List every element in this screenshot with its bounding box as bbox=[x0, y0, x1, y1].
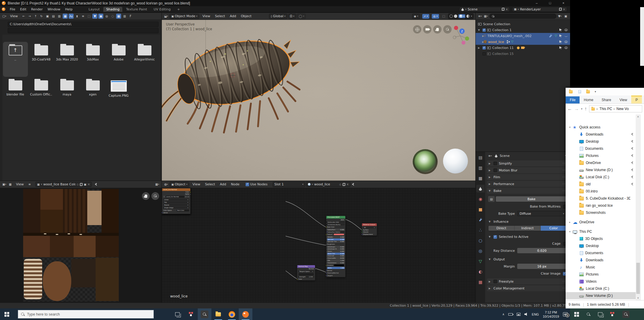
outliner-row-collection-15[interactable]: ▶Collection 15 bbox=[476, 51, 570, 57]
node-input-row[interactable]: Christensen-Burley bbox=[327, 224, 345, 226]
nav-item[interactable]: Local Disk (C:) bbox=[566, 173, 636, 181]
visibility-icon[interactable] bbox=[564, 47, 568, 49]
proportional-edit-toggle[interactable]: ◯▾ bbox=[297, 14, 306, 19]
tab-file[interactable]: File bbox=[566, 96, 580, 104]
outliner-row-collection-11[interactable]: ▶Collection 11 bbox=[476, 45, 570, 51]
node-input-row[interactable]: ClearcoatRo: 0.030 bbox=[327, 257, 345, 259]
node-input-row[interactable]: Specular: 0.500 bbox=[327, 238, 345, 241]
tab-constraints[interactable]: ◎ bbox=[476, 247, 485, 255]
file-browser-item[interactable]: maya bbox=[55, 77, 80, 112]
tab-share[interactable]: Share bbox=[597, 96, 615, 104]
material-datablock[interactable]: ▾ wood_lice ◇ × bbox=[306, 182, 351, 187]
nav-item[interactable]: Pictures bbox=[566, 152, 636, 159]
shading-material-icon[interactable]: ▾ bbox=[458, 14, 465, 18]
forward-icon[interactable]: → bbox=[574, 106, 579, 112]
outliner-search-input[interactable] bbox=[489, 14, 556, 19]
panel-performance[interactable]: ▶Performance∷∷ bbox=[487, 181, 568, 187]
tab-physics[interactable]: ○ bbox=[476, 237, 485, 244]
shading-rendered-icon[interactable] bbox=[466, 15, 470, 18]
sort-alpha-icon[interactable]: Az bbox=[69, 14, 74, 19]
motion-blur-checkbox[interactable] bbox=[493, 168, 497, 172]
menu-item[interactable]: Help bbox=[63, 7, 75, 11]
workspace-tab[interactable]: Shading bbox=[103, 7, 123, 12]
node-input-row[interactable]: Subsurface: 0.000 bbox=[327, 229, 345, 231]
menu-item[interactable]: Edit bbox=[18, 7, 29, 11]
image-mode-icon[interactable]: ▦ bbox=[8, 182, 13, 187]
file-browser-item[interactable]: 3ds Max 2020 bbox=[55, 42, 80, 77]
image-view-menu[interactable]: View bbox=[14, 182, 26, 186]
tab-modifiers[interactable] bbox=[476, 216, 485, 224]
taskbar-search[interactable]: Type here to search bbox=[18, 310, 154, 319]
refresh-icon[interactable]: ↻ bbox=[39, 14, 44, 19]
minimize-button[interactable]: – bbox=[530, 0, 543, 6]
node-input-row[interactable]: Clearcoat: 0.000 bbox=[327, 255, 345, 257]
shader-menu-item[interactable]: Add bbox=[217, 182, 228, 186]
new-collection-icon[interactable]: ▣ bbox=[563, 14, 568, 19]
nav-item[interactable]: 00.intro bbox=[566, 188, 636, 195]
file-browser-item[interactable]: blender file bbox=[3, 77, 28, 112]
tab-texture[interactable]: ▦ bbox=[476, 278, 485, 286]
filter-font-icon[interactable]: F bbox=[128, 14, 133, 19]
nav-item[interactable]: ▾ Quick access bbox=[566, 124, 636, 131]
node-input-row[interactable]: Multiscatter GGX bbox=[327, 221, 345, 223]
file-browser-item[interactable]: Capture.PNG bbox=[106, 77, 131, 112]
bake-type-dropdown[interactable]: Diffuse▾ bbox=[517, 211, 567, 216]
up-icon[interactable]: ↑ bbox=[585, 106, 587, 112]
node-input-row[interactable]: Alpha: 1.000 bbox=[327, 267, 345, 269]
image-texture-node[interactable]: wood_lice Normal Color Alpha wood_lice N… bbox=[162, 188, 191, 214]
visibility-icon[interactable] bbox=[564, 29, 568, 31]
display-list-icon[interactable]: ▤ bbox=[51, 14, 56, 19]
filter-icon[interactable]: ▼▾ bbox=[557, 14, 562, 19]
nav-item[interactable]: old bbox=[566, 181, 636, 188]
new-scene-icon[interactable] bbox=[502, 8, 504, 11]
file-browser-item[interactable]: 3dsMax bbox=[80, 42, 105, 77]
remove-layer-icon[interactable]: × bbox=[563, 8, 565, 11]
nav-item[interactable]: New Volume (D:) bbox=[566, 166, 636, 173]
viewport-menu-item[interactable]: Select bbox=[213, 14, 227, 18]
camera-view-icon[interactable] bbox=[423, 25, 431, 34]
workspace-tab[interactable]: Layout bbox=[86, 7, 102, 12]
file-browser-item[interactable]: .. bbox=[3, 42, 28, 77]
selectable-icon[interactable] bbox=[559, 34, 562, 37]
material-output-node[interactable]: Material Output All▾ Surface Volume Disp… bbox=[362, 223, 377, 236]
firefox-app[interactable] bbox=[225, 308, 239, 320]
unlink-material-icon[interactable]: × bbox=[346, 183, 349, 186]
workspace-tab[interactable]: + bbox=[174, 7, 183, 12]
node-input-row[interactable]: Subsurface Radius bbox=[327, 231, 345, 233]
task-view-button[interactable] bbox=[170, 308, 184, 320]
nav-item[interactable]: Pictures bbox=[566, 271, 636, 278]
file-explorer-app[interactable] bbox=[211, 308, 225, 320]
simplify-checkbox[interactable] bbox=[493, 162, 497, 165]
node-input-row[interactable]: Base Color bbox=[326, 226, 345, 228]
shader-type-dropdown[interactable]: ▣Object▾ bbox=[170, 182, 189, 187]
gizmos-dropdown[interactable]: ↗▾ bbox=[422, 14, 430, 19]
nav-item[interactable]: Screenshots bbox=[566, 209, 636, 216]
display-detail-icon[interactable]: ▥ bbox=[57, 14, 62, 19]
tab-scene[interactable] bbox=[476, 185, 485, 192]
qat-properties-icon[interactable] bbox=[578, 90, 581, 93]
recent-icon[interactable]: ▾ bbox=[581, 107, 583, 110]
start-button[interactable] bbox=[0, 308, 14, 320]
menu-item[interactable]: File bbox=[7, 7, 18, 11]
shield-icon[interactable]: ◇ bbox=[77, 183, 79, 186]
fake-user-shield-icon[interactable]: ◇ bbox=[339, 183, 341, 186]
filter-folder-icon[interactable]: ▣ bbox=[98, 14, 103, 19]
file-browser-view-menu[interactable]: View bbox=[8, 14, 20, 18]
workspace-tab[interactable]: UV Editing bbox=[151, 7, 173, 12]
workspace-tab[interactable]: Texture Paint bbox=[123, 7, 150, 12]
nav-item[interactable]: Videos bbox=[566, 278, 636, 285]
tab-world[interactable]: ◉ bbox=[476, 195, 485, 203]
outliner-row-collection-1[interactable]: ▼Collection 1 bbox=[476, 27, 570, 33]
file-browser-item[interactable]: Allegorithmic bbox=[132, 42, 157, 77]
node-input-row[interactable]: Sheen: 0.000 bbox=[327, 250, 345, 252]
panel-bake[interactable]: ▼Bake∷∷ bbox=[487, 188, 568, 194]
editor-type-icon[interactable]: ◍▾ bbox=[164, 182, 169, 187]
nav-item[interactable]: ran go_wood lice bbox=[566, 202, 636, 209]
tab-render[interactable]: ▤ bbox=[476, 154, 485, 161]
influence-color[interactable]: Color bbox=[541, 226, 567, 231]
start-button[interactable] bbox=[574, 312, 579, 317]
back-icon[interactable]: ← bbox=[21, 14, 26, 19]
node-input-row[interactable]: Sheen Tint: 0.500 bbox=[327, 253, 345, 255]
maximize-button[interactable]: □ bbox=[543, 0, 557, 6]
tab-home[interactable]: Home bbox=[580, 96, 597, 104]
